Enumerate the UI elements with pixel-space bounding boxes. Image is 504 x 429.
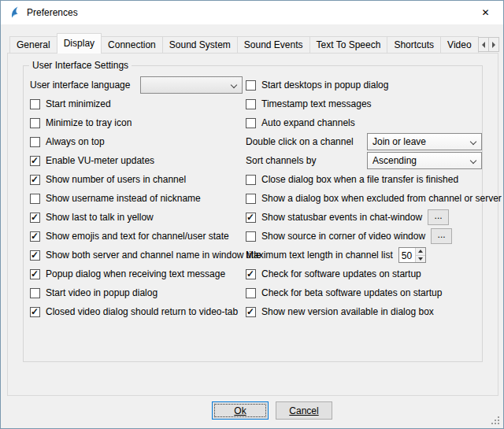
checkbox-icon	[30, 250, 40, 261]
checkbox-icon	[246, 269, 256, 279]
ellipsis-label: ...	[435, 212, 443, 220]
checkbox-icon	[246, 99, 256, 109]
checkbox-auto-expand[interactable]: Auto expand channels	[246, 114, 482, 131]
checkbox-video-popup[interactable]: Start video in popup dialog	[30, 284, 244, 301]
window-title: Preferences	[27, 7, 78, 18]
tab-connection[interactable]: Connection	[101, 36, 163, 54]
checkbox-label: Start video in popup dialog	[46, 287, 158, 298]
checkbox-label: Check for beta software updates on start…	[261, 287, 442, 298]
checkbox-icon	[246, 80, 256, 91]
arrow-right-icon	[492, 42, 495, 48]
sort-channels-dropdown[interactable]: Ascending	[367, 152, 482, 169]
checkbox-show-user-count[interactable]: Show number of users in channel	[30, 171, 244, 188]
video-source-options-button[interactable]: ...	[431, 228, 452, 244]
close-button[interactable]: ✕	[468, 1, 503, 24]
checkbox-icon	[246, 288, 256, 298]
left-column: User interface language Start minimized …	[30, 76, 244, 322]
tab-bar: General Display Connection Sound System …	[9, 33, 479, 54]
spinner-down-button[interactable]	[416, 256, 425, 263]
checkbox-icon	[246, 307, 256, 317]
max-text-length-spinbox[interactable]: 50	[398, 247, 426, 263]
checkbox-minimize-to-tray[interactable]: Minimize to tray icon	[30, 114, 244, 131]
checkbox-always-on-top[interactable]: Always on top	[30, 133, 244, 150]
chevron-down-icon	[231, 82, 237, 88]
max-text-length-label: Maximum text length in channel list	[246, 250, 393, 261]
titlebar[interactable]: Preferences ✕	[1, 1, 503, 24]
checkbox-vu-meter[interactable]: Enable VU-meter updates	[30, 152, 244, 169]
cancel-button[interactable]: Cancel	[276, 401, 332, 420]
statusbar-events-options-button[interactable]: ...	[428, 209, 449, 225]
tab-video[interactable]: Video	[440, 36, 478, 54]
checkbox-label: Always on top	[46, 136, 105, 147]
checkbox-desktops-popup[interactable]: Start desktops in popup dialog	[246, 76, 482, 94]
checkbox-label: Show emojis and text for channel/user st…	[46, 231, 229, 242]
sort-channels-label: Sort channels by	[246, 155, 367, 166]
checkbox-excluded-dialog[interactable]: Show a dialog box when excluded from cha…	[246, 190, 482, 207]
checkbox-label: Start minimized	[46, 98, 111, 109]
checkbox-check-updates[interactable]: Check for software updates on startup	[246, 265, 482, 283]
checkbox-check-beta-updates[interactable]: Check for beta software updates on start…	[246, 284, 482, 301]
checkbox-start-minimized[interactable]: Start minimized	[30, 95, 244, 113]
sort-channels-value: Ascending	[372, 155, 417, 166]
language-label: User interface language	[30, 80, 140, 91]
checkbox-new-version-dialog[interactable]: Show new version available in dialog box	[246, 303, 482, 320]
tab-scroll-left-button[interactable]	[478, 37, 489, 52]
tab-sound-events[interactable]: Sound Events	[237, 36, 310, 54]
chevron-down-icon	[470, 139, 476, 145]
checkbox-timestamp-messages[interactable]: Timestamp text messages	[246, 95, 482, 113]
double-click-dropdown[interactable]: Join or leave	[367, 133, 482, 150]
tab-scroll-control	[478, 37, 499, 52]
checkbox-label: Start desktops in popup dialog	[261, 80, 388, 91]
checkbox-label: Check for software updates on startup	[261, 268, 421, 279]
tab-sound-system[interactable]: Sound System	[162, 36, 238, 54]
sort-channels-row: Sort channels by Ascending	[246, 152, 482, 169]
tab-display[interactable]: Display	[57, 33, 102, 54]
tab-general[interactable]: General	[9, 36, 57, 54]
checkbox-label: Close dialog box when a file transfer is…	[261, 174, 458, 185]
app-icon	[8, 6, 20, 19]
chevron-down-icon	[470, 157, 476, 164]
checkbox-icon	[30, 99, 40, 109]
double-click-value: Join or leave	[372, 136, 426, 147]
checkbox-label: Show statusbar events in chat-window	[261, 212, 422, 223]
checkbox-icon[interactable]	[246, 231, 256, 242]
statusbar-events-row: Show statusbar events in chat-window ...	[246, 209, 482, 226]
checkbox-icon[interactable]	[246, 213, 256, 223]
checkbox-label: Show both server and channel name in win…	[46, 250, 261, 261]
checkbox-icon	[30, 137, 40, 147]
double-click-label: Double click on a channel	[246, 136, 367, 147]
tab-text-to-speech[interactable]: Text To Speech	[309, 36, 388, 54]
checkbox-icon	[30, 288, 40, 298]
checkbox-label: Show username instead of nickname	[46, 193, 201, 204]
checkbox-icon	[30, 269, 40, 279]
checkbox-icon	[246, 118, 256, 128]
language-dropdown[interactable]	[140, 76, 243, 94]
checkbox-closed-video-return[interactable]: Closed video dialog should return to vid…	[30, 303, 244, 320]
checkbox-label: Show a dialog box when excluded from cha…	[261, 193, 502, 204]
ok-button-label: Ok	[234, 405, 246, 416]
checkbox-server-channel-title[interactable]: Show both server and channel name in win…	[30, 246, 244, 264]
max-text-length-row: Maximum text length in channel list 50	[246, 246, 482, 264]
spinner-up-button[interactable]	[416, 248, 425, 256]
checkbox-last-to-talk[interactable]: Show last to talk in yellow	[30, 209, 244, 226]
preferences-window: Preferences ✕ General Display Connection…	[0, 0, 504, 429]
checkbox-label: Show new version available in dialog box	[261, 306, 434, 317]
checkbox-popup-text-message[interactable]: Popup dialog when receiving text message	[30, 265, 244, 283]
spinner-arrows	[415, 248, 425, 262]
resize-grip[interactable]	[491, 416, 501, 426]
tab-shortcuts[interactable]: Shortcuts	[387, 36, 441, 54]
checkbox-icon	[246, 175, 256, 185]
checkbox-icon	[30, 175, 40, 185]
checkbox-emojis-text[interactable]: Show emojis and text for channel/user st…	[30, 227, 244, 245]
ok-button[interactable]: Ok	[212, 401, 269, 420]
checkbox-label: Enable VU-meter updates	[46, 155, 154, 166]
checkbox-icon	[30, 213, 40, 223]
checkbox-label: Show last to talk in yellow	[46, 212, 154, 223]
checkbox-show-username[interactable]: Show username instead of nickname	[30, 190, 244, 207]
checkbox-icon	[30, 307, 40, 317]
checkbox-label: Closed video dialog should return to vid…	[46, 306, 238, 317]
checkbox-close-on-transfer[interactable]: Close dialog box when a file transfer is…	[246, 171, 482, 188]
double-click-row: Double click on a channel Join or leave	[246, 133, 482, 150]
checkbox-label: Popup dialog when receiving text message	[46, 268, 225, 279]
tab-scroll-right-button[interactable]	[488, 37, 499, 52]
